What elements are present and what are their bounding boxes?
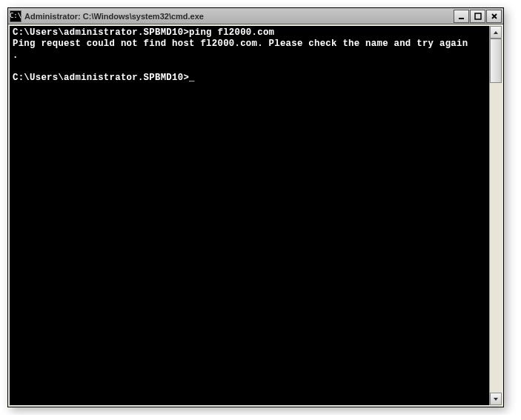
console-output[interactable]: C:\Users\administrator.SPBMD10>ping fl20… (10, 26, 489, 405)
output-text: . (13, 50, 19, 61)
app-icon: C:\ (10, 10, 21, 22)
prompt-text: C:\Users\administrator.SPBMD10> (13, 27, 189, 38)
svg-marker-4 (494, 31, 498, 34)
app-icon-glyph: C:\ (10, 13, 21, 19)
prompt-text: C:\Users\administrator.SPBMD10> (13, 73, 189, 83)
svg-rect-0 (459, 18, 464, 19)
svg-rect-1 (475, 13, 481, 19)
vertical-scrollbar[interactable] (489, 26, 502, 405)
command-text: ping fl2000.com (189, 27, 274, 38)
scroll-down-button[interactable] (490, 393, 502, 405)
svg-marker-5 (494, 398, 498, 401)
scroll-up-button[interactable] (490, 26, 502, 39)
window-controls (453, 10, 502, 23)
cursor: _ (189, 73, 195, 84)
scroll-track[interactable] (490, 39, 502, 393)
window-title: Administrator: C:\Windows\system32\cmd.e… (24, 12, 453, 21)
scroll-thumb[interactable] (490, 39, 502, 83)
client-area: C:\Users\administrator.SPBMD10>ping fl20… (8, 24, 503, 407)
minimize-button[interactable] (454, 10, 469, 23)
output-text: Ping request could not find host fl2000.… (13, 39, 468, 49)
command-prompt-window: C:\ Administrator: C:\Windows\system32\c… (7, 7, 504, 407)
titlebar[interactable]: C:\ Administrator: C:\Windows\system32\c… (8, 8, 503, 24)
maximize-button[interactable] (470, 10, 485, 23)
close-button[interactable] (486, 10, 502, 23)
